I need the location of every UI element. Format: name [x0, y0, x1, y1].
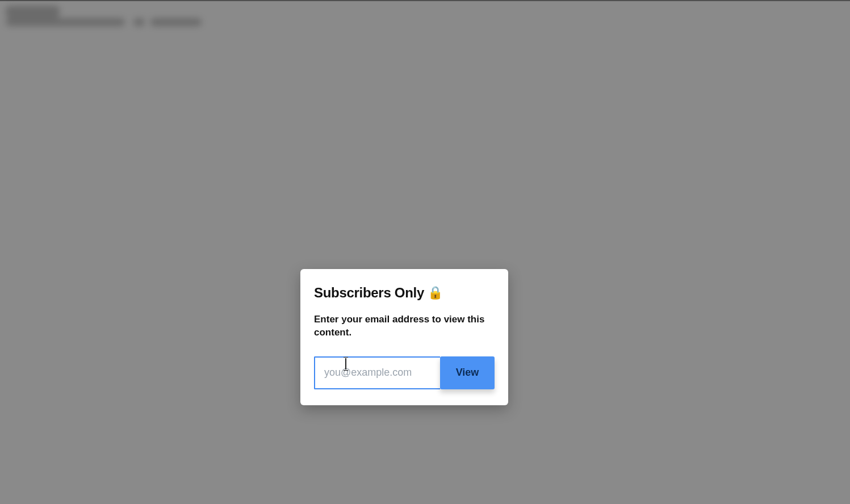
lock-icon: 🔒 — [428, 287, 443, 299]
modal-title-text: Subscribers Only — [314, 285, 424, 301]
modal-description: Enter your email address to view this co… — [314, 313, 495, 339]
view-button[interactable]: View — [440, 356, 495, 389]
modal-overlay: Subscribers Only 🔒 Enter your email addr… — [0, 0, 850, 504]
modal-title: Subscribers Only 🔒 — [314, 285, 495, 301]
subscribers-only-modal: Subscribers Only 🔒 Enter your email addr… — [300, 269, 508, 405]
email-form: View — [314, 356, 495, 389]
email-input[interactable] — [314, 356, 440, 389]
